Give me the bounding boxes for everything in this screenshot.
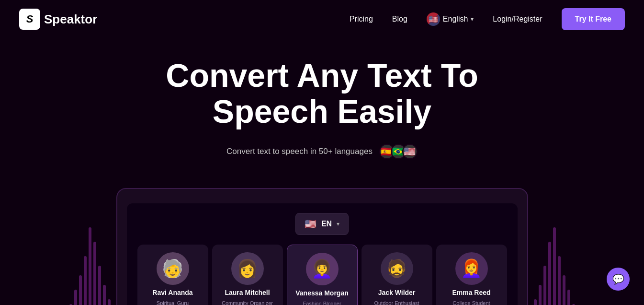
flag-us: 🇺🇸 <box>402 144 418 159</box>
language-flags: 🇪🇸 🇧🇷 🇺🇸 <box>379 144 418 159</box>
voices-row: 🧓 Ravi Ananda Spiritual Guru 👩 Laura Mit… <box>136 245 508 305</box>
avatar-ravi: 🧓 <box>157 252 189 285</box>
laptop-container: 🇺🇸 EN ▾ 🧓 Ravi Ananda Spiritual Guru 👩 L… <box>0 188 644 305</box>
language-dropdown[interactable]: 🇺🇸 EN ▾ <box>295 213 349 235</box>
chevron-down-icon: ▾ <box>337 221 339 227</box>
avatar-jack: 🧔 <box>381 252 413 285</box>
voice-card-ravi[interactable]: 🧓 Ravi Ananda Spiritual Guru <box>137 245 208 305</box>
login-register-link[interactable]: Login/Register <box>493 15 542 23</box>
voice-card-vanessa[interactable]: 👩‍🦱 Vanessa Morgan Fashion Blogger <box>287 245 358 305</box>
voice-name-emma: Emma Reed <box>452 289 490 296</box>
voice-role-ravi: Spiritual Guru <box>157 300 189 305</box>
chat-button[interactable]: 💬 <box>607 268 630 291</box>
laptop: 🇺🇸 EN ▾ 🧓 Ravi Ananda Spiritual Guru 👩 L… <box>116 188 528 305</box>
language-flag: 🇺🇸 <box>427 12 440 26</box>
language-label: English <box>443 15 468 23</box>
logo-icon: S <box>19 9 40 30</box>
navbar: S Speaktor Pricing Blog 🇺🇸 English ▾ Log… <box>0 0 644 38</box>
voice-role-emma: College Student <box>452 300 490 305</box>
chat-icon: 💬 <box>612 273 624 285</box>
laptop-screen: 🇺🇸 EN ▾ 🧓 Ravi Ananda Spiritual Guru 👩 L… <box>127 203 518 305</box>
nav-pricing[interactable]: Pricing <box>350 15 373 23</box>
avatar-vanessa: 👩‍🦱 <box>306 253 339 285</box>
nav-blog[interactable]: Blog <box>392 15 407 23</box>
avatar-emma: 👩‍🦰 <box>455 252 488 285</box>
language-selector[interactable]: 🇺🇸 English ▾ <box>427 12 474 26</box>
lang-flag-icon: 🇺🇸 <box>305 218 316 230</box>
hero-subtitle-row: Convert text to speech in 50+ languages … <box>10 144 634 159</box>
chevron-down-icon: ▾ <box>471 16 474 23</box>
hero-subtitle-text: Convert text to speech in 50+ languages <box>226 147 373 156</box>
laptop-lang-selector: 🇺🇸 EN ▾ <box>136 213 508 235</box>
logo-text: Speaktor <box>44 12 97 27</box>
voice-role-jack: Outdoor Enthusiast <box>374 300 419 305</box>
voice-name-ravi: Ravi Ananda <box>152 289 192 296</box>
nav-links: Pricing Blog 🇺🇸 English ▾ Login/Register… <box>350 8 625 30</box>
voice-name-jack: Jack Wilder <box>378 289 416 296</box>
voice-role-laura: Community Organizer <box>222 300 273 305</box>
voice-name-vanessa: Vanessa Morgan <box>295 289 349 297</box>
try-it-free-button[interactable]: Try It Free <box>562 8 625 30</box>
avatar-laura: 👩 <box>231 252 264 285</box>
hero-section: Convert Any Text To Speech Easily Conver… <box>0 38 644 188</box>
lang-label: EN <box>321 220 332 228</box>
voice-name-laura: Laura Mitchell <box>225 289 270 296</box>
hero-title: Convert Any Text To Speech Easily <box>107 58 538 129</box>
voice-card-jack[interactable]: 🧔 Jack Wilder Outdoor Enthusiast <box>362 245 432 305</box>
voice-role-vanessa: Fashion Blogger <box>303 301 341 305</box>
voice-card-emma[interactable]: 👩‍🦰 Emma Reed College Student <box>436 245 507 305</box>
logo[interactable]: S Speaktor <box>19 9 97 30</box>
voice-card-laura[interactable]: 👩 Laura Mitchell Community Organizer <box>212 245 283 305</box>
